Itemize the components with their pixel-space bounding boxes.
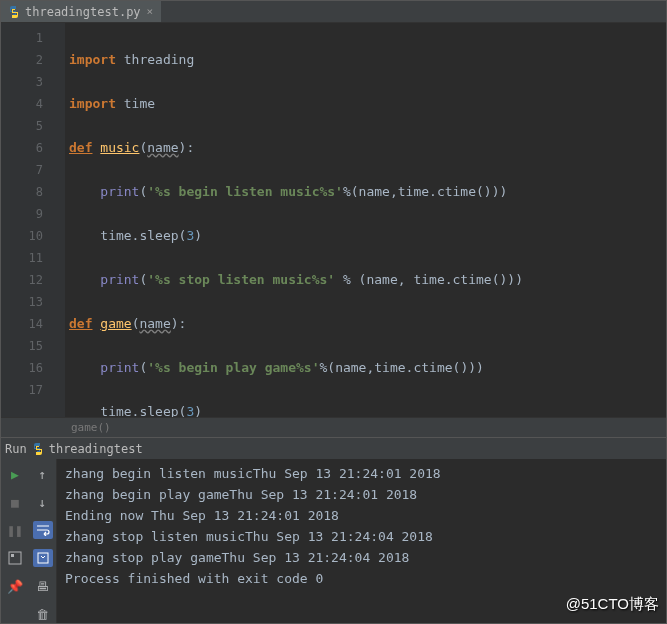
pin-button[interactable]: 📌 xyxy=(5,577,25,595)
console-line: Process finished with exit code 0 xyxy=(65,568,658,589)
console-output[interactable]: zhang begin listen musicThu Sep 13 21:24… xyxy=(57,459,666,623)
line-number: 17 xyxy=(1,379,43,401)
up-button[interactable]: ↑ xyxy=(33,465,53,483)
tab-filename: threadingtest.py xyxy=(25,5,141,19)
python-file-icon xyxy=(31,442,45,456)
close-tab-icon[interactable]: × xyxy=(145,5,156,18)
line-number: 12 xyxy=(1,269,43,291)
code-content[interactable]: import threading import time def music(n… xyxy=(65,23,666,417)
console-line: zhang begin listen musicThu Sep 13 21:24… xyxy=(65,463,658,484)
line-number: 10 xyxy=(1,225,43,247)
clear-button[interactable]: 🗑 xyxy=(33,605,53,623)
code-editor[interactable]: 1 2 3 4 5 6 7 8 9 10 11 12 13 14 15 16 1… xyxy=(1,23,666,417)
line-number: 15 xyxy=(1,335,43,357)
python-file-icon xyxy=(7,5,21,19)
breadcrumb-context: game() xyxy=(1,417,666,437)
console-line: zhang stop play gameThu Sep 13 21:24:04 … xyxy=(65,547,658,568)
line-number: 7 xyxy=(1,159,43,181)
stop-button[interactable]: ■ xyxy=(5,493,25,511)
svg-rect-0 xyxy=(9,552,21,564)
line-number: 2 xyxy=(1,49,43,71)
line-number-gutter: 1 2 3 4 5 6 7 8 9 10 11 12 13 14 15 16 1… xyxy=(1,23,51,417)
run-config-name: threadingtest xyxy=(49,442,143,456)
line-number: 4 xyxy=(1,93,43,115)
console-line: zhang begin play gameThu Sep 13 21:24:01… xyxy=(65,484,658,505)
line-number: 13 xyxy=(1,291,43,313)
print-button[interactable]: 🖶 xyxy=(33,577,53,595)
console-line: zhang stop listen musicThu Sep 13 21:24:… xyxy=(65,526,658,547)
line-number: 3 xyxy=(1,71,43,93)
run-toolbar-left: ▶ ■ ❚❚ 📌 xyxy=(1,459,29,623)
context-text: game() xyxy=(71,421,111,434)
editor-tab-bar: threadingtest.py × xyxy=(1,1,666,23)
soft-wrap-button[interactable] xyxy=(33,521,53,539)
run-toolbar-right: ↑ ↓ 🖶 🗑 xyxy=(29,459,57,623)
line-number: 16 xyxy=(1,357,43,379)
line-number: 1 xyxy=(1,27,43,49)
line-number: 5 xyxy=(1,115,43,137)
line-number: 9 xyxy=(1,203,43,225)
rerun-button[interactable]: ▶ xyxy=(5,465,25,483)
console-line: Ending now Thu Sep 13 21:24:01 2018 xyxy=(65,505,658,526)
line-number: 11 xyxy=(1,247,43,269)
scroll-to-end-button[interactable] xyxy=(33,549,53,567)
dump-threads-button[interactable] xyxy=(5,549,25,567)
file-tab[interactable]: threadingtest.py × xyxy=(1,1,161,22)
svg-rect-1 xyxy=(11,554,14,557)
fold-column xyxy=(51,23,65,417)
pause-button[interactable]: ❚❚ xyxy=(5,521,25,539)
run-tool-header: Run threadingtest xyxy=(1,437,666,459)
line-number: 8 xyxy=(1,181,43,203)
run-panel: ▶ ■ ❚❚ 📌 ↑ ↓ 🖶 🗑 zhang begin listen musi… xyxy=(1,459,666,623)
run-label: Run xyxy=(5,442,27,456)
down-button[interactable]: ↓ xyxy=(33,493,53,511)
line-number: 6 xyxy=(1,137,43,159)
line-number: 14 xyxy=(1,313,43,335)
